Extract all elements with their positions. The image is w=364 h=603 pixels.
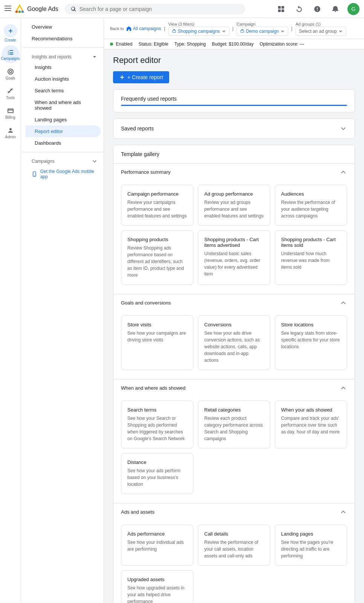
- sidebar-item-insights[interactable]: Insights: [26, 61, 101, 73]
- template-cart-items-advertised[interactable]: Shopping products - Cart items advertise…: [198, 230, 270, 285]
- template-conversions[interactable]: Conversions See how your ads drive conve…: [198, 315, 270, 370]
- sidebar-icon-tools[interactable]: Tools: [2, 84, 20, 103]
- template-upgraded-assets[interactable]: Upgraded assets See how upgraded assets …: [121, 570, 193, 603]
- status-budget: Budget: $100.00/day: [212, 41, 254, 47]
- section-when-where: When and where ads showed Search terms S…: [113, 379, 355, 500]
- template-distance[interactable]: Distance See how your ads perform based …: [121, 453, 193, 494]
- back-label: Back to: [110, 26, 124, 31]
- sidebar-item-landing-pages[interactable]: Landing pages: [26, 114, 101, 125]
- svg-rect-2: [5, 10, 11, 11]
- frequently-used-reports: Frequently used reports: [113, 89, 355, 112]
- template-store-visits[interactable]: Store visits See how your campaigns are …: [121, 315, 193, 370]
- template-adgroup-performance[interactable]: Ad group performance Review your ad grou…: [198, 185, 270, 226]
- template-call-details[interactable]: Call details Review the performance of y…: [198, 525, 270, 566]
- page-title: Report editor: [113, 55, 355, 65]
- frequently-used-title: Frequently used reports: [121, 96, 347, 102]
- sidebar-item-auction-insights[interactable]: Auction insights: [26, 73, 101, 85]
- template-gallery-header: Template gallery: [113, 145, 355, 163]
- shopping-campaigns-dropdown[interactable]: Shopping campaigns: [168, 27, 229, 36]
- saved-reports-header[interactable]: Saved reports: [113, 119, 355, 138]
- google-ads-logo: Google Ads: [14, 4, 58, 14]
- create-report-button[interactable]: + Create report: [113, 71, 169, 83]
- campaigns-section-header[interactable]: Campaigns: [23, 155, 104, 166]
- insights-subsection: Insights Auction insights Search terms W…: [23, 61, 104, 149]
- sidebar-icon-create[interactable]: Create: [2, 24, 20, 42]
- content-area: Report editor + Create report Frequently…: [104, 49, 364, 603]
- adgroups-dropdown[interactable]: Select an ad group: [295, 27, 346, 36]
- performance-summary-header[interactable]: Performance summary: [113, 163, 355, 180]
- template-store-locations[interactable]: Store locations See legacy stats from st…: [275, 315, 347, 370]
- when-where-header[interactable]: When and where ads showed: [113, 379, 355, 396]
- svg-point-13: [34, 176, 35, 176]
- saved-reports-card: Saved reports: [113, 118, 355, 139]
- template-cart-items-sold[interactable]: Shopping products - Cart items sold Unde…: [275, 230, 347, 285]
- svg-rect-0: [5, 6, 11, 6]
- ads-assets-grid: Ads performance See how your individual …: [113, 520, 355, 603]
- performance-summary-grid: Campaign performance Review your campaig…: [113, 180, 355, 291]
- sidebar-item-dashboards[interactable]: Dashboards: [26, 137, 101, 149]
- refresh-icon[interactable]: [293, 3, 305, 15]
- mobile-app-banner[interactable]: Get the Google Ads mobile app: [23, 166, 104, 182]
- blue-underline: [121, 105, 347, 106]
- status-type: Type: Shopping: [174, 41, 206, 47]
- goals-conversions-grid: Store visits See how your campaigns are …: [113, 311, 355, 376]
- section-performance-summary: Performance summary Campaign performance…: [113, 163, 355, 291]
- notifications-icon[interactable]: [329, 3, 341, 15]
- sidebar-item-search-terms[interactable]: Search terms: [26, 85, 101, 96]
- help-icon[interactable]: [311, 3, 323, 15]
- nav-icons: G: [275, 3, 359, 15]
- svg-rect-1: [5, 8, 11, 9]
- template-shopping-products[interactable]: Shopping products Review Shopping ads pe…: [121, 230, 193, 285]
- main-content: Back to All campaigns | View (3 filters)…: [104, 18, 364, 603]
- svg-point-6: [15, 11, 18, 13]
- template-gallery-card: Template gallery Performance summary Cam…: [113, 145, 355, 603]
- appearance-icon[interactable]: [275, 3, 287, 15]
- search-bar[interactable]: [64, 4, 245, 14]
- ads-assets-header[interactable]: Ads and assets: [113, 503, 355, 520]
- svg-rect-8: [278, 6, 281, 9]
- status-eligible: Status: Eligible: [138, 41, 168, 47]
- sidebar-icon-campaigns[interactable]: Campaigns: [2, 45, 20, 63]
- top-navigation: Google Ads: [0, 0, 364, 18]
- template-ads-performance[interactable]: Ads performance See how your individual …: [121, 525, 193, 566]
- status-bar: Enabled Status: Eligible Type: Shopping …: [104, 39, 364, 49]
- section-goals-conversions: Goals and conversions Store visits See h…: [113, 294, 355, 376]
- sidebar-icon-billing[interactable]: Billing: [2, 104, 20, 122]
- sidebar-item-recommendations[interactable]: Recommendations: [23, 33, 101, 44]
- svg-rect-9: [281, 6, 284, 9]
- logo-text: Google Ads: [27, 6, 58, 12]
- sidebar-main: Overview Recommendations Insights and re…: [21, 18, 104, 603]
- status-optimization: Optimization score: —: [260, 41, 304, 47]
- sidebar-icon-admin[interactable]: Admin: [2, 124, 20, 142]
- when-where-grid: Search terms See how your Search or Shop…: [113, 396, 355, 500]
- sidebar-icons: Create Campaigns Goals Tools: [0, 18, 21, 603]
- status-enabled: Enabled: [110, 41, 132, 47]
- template-campaign-performance[interactable]: Campaign performance Review your campaig…: [121, 185, 193, 226]
- template-retail-categories[interactable]: Retail categories Review each product ca…: [198, 401, 270, 448]
- sidebar-item-when-where[interactable]: When and where ads showed: [26, 96, 101, 114]
- sidebar-icon-goals[interactable]: Goals: [2, 65, 20, 83]
- all-campaigns-link[interactable]: All campaigns: [126, 26, 161, 31]
- section-ads-assets: Ads and assets Ads performance See how y…: [113, 503, 355, 603]
- template-audiences[interactable]: Audiences Review the performance of your…: [275, 185, 347, 226]
- template-landing-pages[interactable]: Landing pages See how the pages you're d…: [275, 525, 347, 566]
- insights-section-header[interactable]: Insights and reports: [23, 51, 104, 61]
- template-gallery-title: Template gallery: [121, 151, 159, 157]
- svg-point-7: [21, 11, 24, 13]
- template-when-ads-showed[interactable]: When your ads showed Compare and track y…: [275, 401, 347, 448]
- goals-conversions-header[interactable]: Goals and conversions: [113, 294, 355, 311]
- hamburger-menu[interactable]: [5, 5, 11, 13]
- page-layout: Create Campaigns Goals Tools: [0, 18, 364, 603]
- campaign-bar: Back to All campaigns | View (3 filters)…: [104, 18, 364, 39]
- svg-rect-10: [278, 9, 281, 12]
- avatar[interactable]: G: [347, 3, 359, 15]
- template-search-terms[interactable]: Search terms See how your Search or Shop…: [121, 401, 193, 448]
- sidebar-item-report-editor[interactable]: Report editor: [26, 125, 101, 137]
- svg-point-5: [18, 11, 21, 13]
- saved-reports-title: Saved reports: [121, 125, 154, 132]
- search-input[interactable]: [80, 6, 239, 12]
- sidebar-item-overview[interactable]: Overview: [23, 21, 101, 33]
- demo-campaign-dropdown[interactable]: Demo campaign: [237, 27, 288, 36]
- svg-rect-11: [281, 9, 284, 12]
